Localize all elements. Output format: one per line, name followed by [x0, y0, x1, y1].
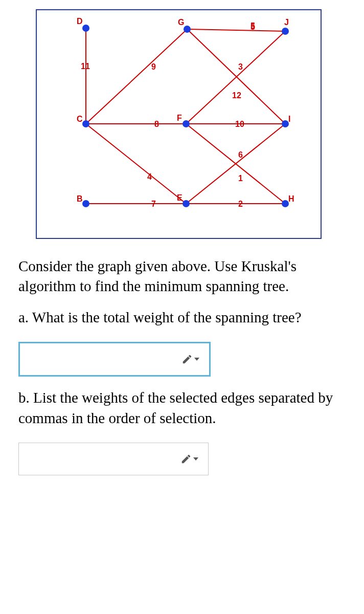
graph-figure: 1193551281046172DGJCFIBEH — [36, 9, 322, 239]
question-a: a. What is the total weight of the spann… — [18, 308, 346, 327]
answer-a-input[interactable] — [20, 343, 171, 375]
svg-point-37 — [82, 200, 89, 207]
svg-text:2: 2 — [238, 200, 243, 208]
answer-b-input[interactable] — [19, 443, 170, 475]
svg-text:F: F — [177, 114, 182, 122]
svg-point-41 — [282, 200, 289, 207]
svg-text:G: G — [178, 18, 184, 27]
svg-text:7: 7 — [151, 200, 156, 208]
svg-text:3: 3 — [238, 62, 243, 71]
svg-text:6: 6 — [238, 150, 243, 159]
svg-text:J: J — [284, 18, 289, 27]
svg-point-31 — [82, 120, 89, 127]
svg-point-29 — [282, 28, 289, 35]
svg-text:E: E — [177, 193, 183, 202]
svg-point-25 — [82, 25, 89, 32]
svg-text:11: 11 — [81, 62, 90, 71]
svg-text:C: C — [77, 115, 83, 123]
answer-b-container — [18, 443, 209, 475]
svg-line-2 — [86, 29, 187, 124]
answer-b-tool-button[interactable] — [170, 443, 208, 475]
chevron-down-icon — [194, 358, 199, 361]
answer-a-container — [18, 342, 211, 377]
svg-text:H: H — [288, 194, 294, 203]
svg-point-39 — [183, 200, 190, 207]
svg-text:4: 4 — [147, 172, 152, 181]
svg-text:5: 5 — [251, 21, 255, 30]
svg-point-35 — [282, 120, 289, 127]
svg-text:1: 1 — [238, 174, 243, 183]
svg-text:8: 8 — [154, 120, 159, 128]
svg-text:B: B — [77, 194, 83, 203]
svg-point-33 — [183, 120, 190, 127]
pencil-icon — [181, 354, 193, 365]
svg-text:9: 9 — [151, 62, 156, 71]
svg-text:I: I — [288, 115, 290, 123]
svg-text:12: 12 — [232, 91, 241, 100]
chevron-down-icon — [193, 457, 198, 461]
svg-text:D: D — [77, 17, 83, 26]
prompt-text: Consider the graph given above. Use Krus… — [18, 256, 346, 296]
svg-text:10: 10 — [235, 120, 244, 128]
svg-line-7 — [187, 29, 285, 31]
question-b: b. List the weights of the selected edge… — [18, 388, 346, 428]
answer-a-tool-button[interactable] — [171, 343, 209, 375]
svg-line-15 — [86, 124, 186, 204]
pencil-icon — [180, 453, 192, 465]
svg-point-27 — [184, 26, 191, 33]
